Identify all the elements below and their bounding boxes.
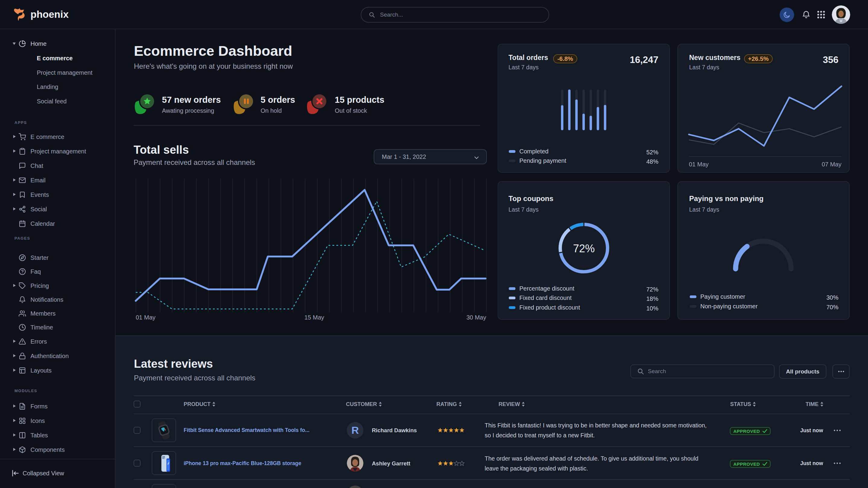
svg-text:01 May: 01 May xyxy=(136,314,156,321)
svg-text:30 May: 30 May xyxy=(466,314,486,321)
svg-text:15 May: 15 May xyxy=(304,314,324,321)
